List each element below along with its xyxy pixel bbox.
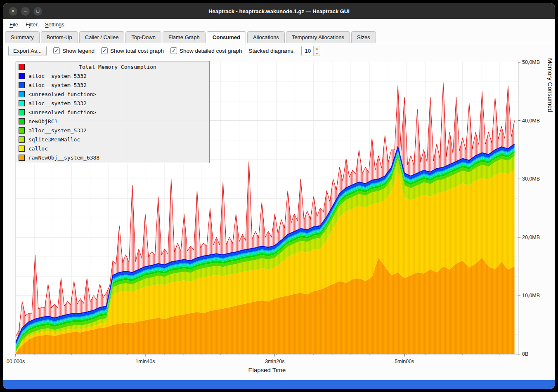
menu-settings[interactable]: Settings [41,20,68,29]
x-tick-label: 1min40s [135,359,155,364]
legend-item-alloc-system-5332: alloc__system_5332 [16,71,209,80]
legend-label: alloc__system_5332 [28,100,87,106]
tab-caller-callee[interactable]: Caller / Callee [79,31,125,43]
y-tick-label: 10,0MB [522,293,540,298]
maximize-button[interactable]: ▢ [33,7,42,16]
x-tick-label: 00.000s [7,359,25,364]
legend-label: alloc__system_5332 [28,73,87,79]
legend-item-alloc-system-5332: alloc__system_5332 [16,126,209,135]
checkbox-label: Show total cost graph [110,48,164,54]
legend-item-unresolved-function: <unresolved function> [16,89,209,99]
checkbox-group: ✓Show legend✓Show total cost graph✓Show … [53,47,242,54]
checkbox-box: ✓ [170,47,177,54]
legend-item-total-memory-consumption: Total Memory Consumption [16,62,209,71]
toolbar: Export As... ✓Show legend✓Show total cos… [3,43,555,58]
legend-swatch [19,109,25,115]
legend-swatch [19,127,25,134]
legend-item-alloc-system-5332: alloc__system_5332 [16,80,209,89]
legend-swatch [19,155,25,161]
chart-area: 50,0MB40,0MB30,0MB20,0MB10,0MB0B00.000s1… [3,58,555,380]
tab-sizes[interactable]: Sizes [351,31,376,43]
legend-label: Total Memory Consumption [28,64,207,70]
legend-label: alloc__system_5332 [28,82,87,88]
legend-item-calloc: calloc [16,144,209,153]
checkbox-show-total-cost-graph[interactable]: ✓Show total cost graph [101,47,164,54]
export-as-button[interactable]: Export As... [8,46,47,56]
checkbox-label: Show legend [62,48,95,54]
legend-label: calloc [28,146,48,152]
legend-label: sqlite3MemMalloc [28,136,80,143]
legend-item-newobjrc1: newObjRC1 [16,117,209,126]
legend-label: newObjRC1 [28,118,57,124]
tab-summary[interactable]: Summary [5,31,40,43]
x-axis-title: Elapsed Time [3,366,531,373]
checkbox-box: ✓ [101,47,108,54]
legend-swatch [19,146,25,152]
y-tick-label: 0B [522,351,528,357]
spinbox-down-icon[interactable]: ▼ [314,51,320,56]
legend-label: rawNewObj__system_6388 [28,155,99,161]
app-window: ✕ – ▢ Heaptrack - heaptrack.wakunode.1.g… [3,3,555,389]
legend-item-alloc-system-5332: alloc__system_5332 [16,99,209,108]
tab-consumed[interactable]: Consumed [207,31,246,43]
bottom-strip [3,380,555,389]
checkbox-show-legend[interactable]: ✓Show legend [53,47,95,54]
tab-temporary-allocations[interactable]: Temporary Allocations [286,31,350,43]
y-tick-label: 50,0MB [522,59,540,65]
tab-top-down[interactable]: Top-Down [125,31,161,43]
legend-item-unresolved-function: <unresolved function> [16,108,209,117]
close-button[interactable]: ✕ [9,7,17,16]
window-title: Heaptrack - heaptrack.wakunode.1.gz — He… [3,8,555,14]
legend-swatch [19,100,25,106]
y-tick-label: 40,0MB [522,118,540,124]
legend-swatch [19,73,25,79]
menubar: FileFilterSettings [3,19,555,30]
legend-swatch [19,64,25,70]
legend-swatch [19,118,25,124]
chart-legend: Total Memory Consumptionalloc__system_53… [16,61,210,163]
checkbox-show-detailed-cost-graph[interactable]: ✓Show detailed cost graph [170,47,242,54]
y-tick-label: 30,0MB [522,176,540,182]
spinbox-arrows: ▲ ▼ [313,46,320,56]
checkbox-box: ✓ [53,47,60,54]
legend-swatch [19,82,25,88]
legend-item-sqlite3memmalloc: sqlite3MemMalloc [16,135,209,144]
tab-flame-graph[interactable]: Flame Graph [163,31,206,43]
checkbox-label: Show detailed cost graph [180,48,242,54]
legend-label: <unresolved function> [28,109,96,115]
stacked-diagrams-value[interactable]: 10 [302,46,313,56]
menu-file[interactable]: File [6,20,22,29]
y-tick-label: 20,0MB [522,235,540,240]
menu-filter[interactable]: Filter [22,20,41,29]
legend-swatch [19,91,25,97]
x-tick-label: 5min00s [395,359,414,364]
tab-bottom-up[interactable]: Bottom-Up [41,31,78,43]
minimize-button[interactable]: – [21,7,30,16]
titlebar[interactable]: ✕ – ▢ Heaptrack - heaptrack.wakunode.1.g… [3,3,555,19]
spinbox-up-icon[interactable]: ▲ [314,46,320,51]
legend-label: alloc__system_5332 [28,127,87,134]
y-axis-title: Memory Consumed [547,58,554,365]
stacked-diagrams-spinbox[interactable]: 10 ▲ ▼ [301,46,320,56]
tab-allocations[interactable]: Allocations [247,31,285,43]
tab-bar: SummaryBottom-UpCaller / CalleeTop-DownF… [3,30,555,43]
stacked-diagrams-label: Stacked diagrams: [249,48,295,54]
x-tick-label: 3min20s [265,359,284,364]
legend-item-rawnewobj-system-6388: rawNewObj__system_6388 [16,153,209,162]
legend-swatch [19,136,25,143]
legend-label: <unresolved function> [28,91,96,97]
window-controls: ✕ – ▢ [9,7,42,16]
